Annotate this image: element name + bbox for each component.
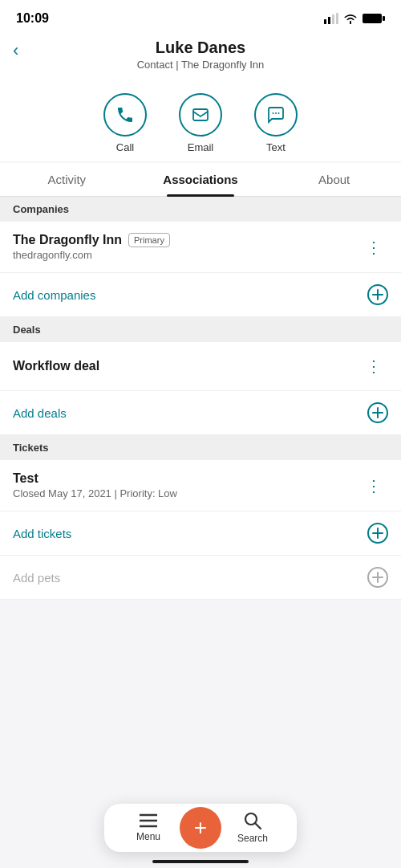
back-button[interactable]: ‹ <box>13 40 18 61</box>
tabs-bar: Activity Associations About <box>0 163 401 197</box>
company-name: The Dragonfly Inn Primary <box>13 233 359 247</box>
add-tickets-icon <box>367 523 388 544</box>
bottom-nav: Menu + Search <box>104 804 297 852</box>
add-deals-label: Add deals <box>13 406 67 420</box>
menu-nav-item[interactable]: Menu <box>117 813 180 842</box>
add-nav-button[interactable]: + <box>180 807 221 849</box>
ticket-item-content: Test Closed May 17, 2021 | Priority: Low <box>13 471 359 499</box>
add-pets-row[interactable]: Add pets <box>0 556 401 600</box>
text-label: Text <box>266 141 286 153</box>
svg-rect-3 <box>336 13 338 24</box>
company-item-content: The Dragonfly Inn Primary thedragonfly.c… <box>13 233 359 261</box>
deal-item-content: Workflow deal <box>13 359 359 373</box>
bottom-nav-bar: Menu + Search <box>104 804 297 852</box>
search-nav-item[interactable]: Search <box>221 812 284 844</box>
company-item: The Dragonfly Inn Primary thedragonfly.c… <box>0 222 401 273</box>
add-companies-label: Add companies <box>13 288 95 302</box>
add-tickets-label: Add tickets <box>13 527 71 540</box>
search-icon <box>244 812 261 829</box>
add-deals-icon <box>367 402 388 423</box>
ticket-title: Test <box>13 471 359 486</box>
tab-about[interactable]: About <box>267 163 401 196</box>
search-label: Search <box>237 833 268 844</box>
contact-subtitle: Contact | The Dragonfly Inn <box>16 59 385 71</box>
status-icons <box>324 13 385 24</box>
text-icon <box>266 105 286 124</box>
menu-label: Menu <box>136 831 160 842</box>
text-button[interactable]: Text <box>254 93 298 153</box>
add-tickets-row[interactable]: Add tickets <box>0 511 401 556</box>
add-companies-row[interactable]: Add companies <box>0 273 401 317</box>
ticket-item: Test Closed May 17, 2021 | Priority: Low… <box>0 460 401 511</box>
tab-activity[interactable]: Activity <box>0 163 134 196</box>
deal-item: Workflow deal ⋮ <box>0 342 401 391</box>
company-website: thedragonfly.com <box>13 249 359 261</box>
svg-point-9 <box>278 112 280 114</box>
email-circle <box>179 93 222 137</box>
status-time: 10:09 <box>16 11 49 26</box>
svg-rect-0 <box>324 19 326 24</box>
status-bar: 10:09 <box>0 0 401 32</box>
add-deals-row[interactable]: Add deals <box>0 391 401 435</box>
signal-icon <box>324 13 338 24</box>
menu-icon <box>140 813 157 828</box>
home-indicator <box>152 860 249 863</box>
text-circle <box>254 93 298 137</box>
deal-more-button[interactable]: ⋮ <box>359 353 388 379</box>
svg-rect-1 <box>328 17 330 24</box>
wifi-icon <box>343 13 358 24</box>
primary-badge: Primary <box>128 233 170 247</box>
email-icon <box>191 105 210 124</box>
deals-section-header: Deals <box>0 317 401 342</box>
add-companies-icon <box>367 284 388 305</box>
tab-associations[interactable]: Associations <box>134 163 268 196</box>
svg-rect-5 <box>383 16 385 21</box>
email-button[interactable]: Email <box>179 93 222 153</box>
add-pets-icon <box>367 567 388 588</box>
ticket-sub: Closed May 17, 2021 | Priority: Low <box>13 487 359 499</box>
companies-section-header: Companies <box>0 197 401 222</box>
tickets-section-header: Tickets <box>0 435 401 460</box>
call-circle <box>103 93 147 137</box>
svg-point-7 <box>273 112 274 114</box>
deal-name: Workflow deal <box>13 359 359 373</box>
svg-rect-6 <box>193 109 208 120</box>
svg-rect-4 <box>363 14 382 23</box>
call-button[interactable]: Call <box>103 93 147 153</box>
svg-rect-2 <box>332 14 334 24</box>
svg-line-22 <box>255 823 261 829</box>
battery-icon <box>363 13 385 24</box>
phone-icon <box>115 105 135 124</box>
action-buttons-row: Call Email Text <box>0 80 401 161</box>
contact-name: Luke Danes <box>16 39 385 57</box>
company-more-button[interactable]: ⋮ <box>359 234 388 260</box>
email-label: Email <box>188 141 214 153</box>
call-label: Call <box>116 141 134 153</box>
svg-point-8 <box>275 112 277 114</box>
contact-header: ‹ Luke Danes Contact | The Dragonfly Inn <box>0 32 401 80</box>
ticket-more-button[interactable]: ⋮ <box>359 473 388 499</box>
add-pets-label: Add pets <box>13 571 60 585</box>
